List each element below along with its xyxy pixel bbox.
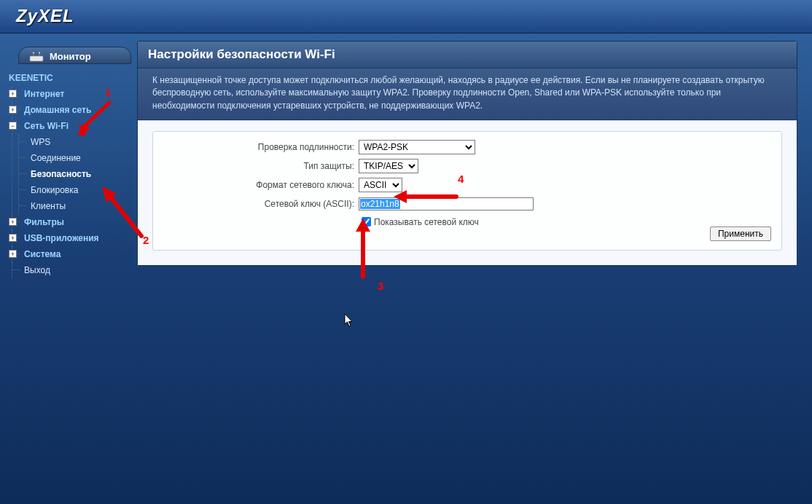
sidebar-item-wifi[interactable]: − Сеть Wi-Fi — [12, 118, 131, 134]
show-key-label: Показывать сетевой ключ — [374, 217, 479, 227]
plus-icon[interactable]: + — [9, 218, 17, 226]
show-key-checkbox[interactable] — [362, 217, 371, 227]
key-format-select[interactable]: ASCII — [359, 178, 402, 192]
minus-icon[interactable]: − — [9, 122, 17, 130]
auth-select[interactable]: WPA2-PSK — [359, 140, 475, 154]
sidebar-item-connection[interactable]: Соединение — [18, 150, 131, 166]
monitor-icon — [29, 52, 44, 62]
sidebar-item-blocking[interactable]: Блокировка — [18, 182, 131, 198]
protection-label: Тип защиты: — [165, 161, 359, 171]
network-key-label: Сетевой ключ (ASCII): — [165, 199, 359, 209]
plus-icon[interactable]: + — [9, 90, 17, 98]
sidebar-item-internet[interactable]: + Интернет — [12, 86, 131, 102]
sidebar-item-exit[interactable]: Выход — [12, 262, 131, 278]
device-name: KEENETIC — [6, 70, 131, 86]
auth-label: Проверка подлинности: — [165, 142, 359, 152]
plus-icon[interactable]: + — [9, 234, 17, 242]
sidebar-item-security[interactable]: Безопасность — [18, 166, 131, 182]
brand-logo: ZyXEL — [0, 0, 812, 26]
plus-icon[interactable]: + — [9, 106, 17, 114]
settings-panel: Настройки безопасности Wi-Fi К незащищен… — [137, 41, 797, 266]
protection-select[interactable]: TKIP/AES — [359, 159, 418, 173]
sidebar-item-home-network[interactable]: + Домашняя сеть — [12, 102, 131, 118]
monitor-tab[interactable]: Монитор — [18, 47, 131, 64]
sidebar-item-filters[interactable]: + Фильтры — [12, 214, 131, 230]
key-format-label: Формат сетевого ключа: — [165, 180, 359, 190]
cursor-icon — [344, 313, 354, 328]
apply-button[interactable]: Применить — [710, 227, 771, 241]
sidebar-item-clients[interactable]: Клиенты — [18, 198, 131, 214]
sidebar-item-usb-apps[interactable]: + USB-приложения — [12, 230, 131, 246]
panel-title: Настройки безопасности Wi-Fi — [138, 42, 797, 68]
panel-info-text: К незащищенной точке доступа может подкл… — [138, 68, 797, 120]
sidebar-item-wps[interactable]: WPS — [18, 134, 131, 150]
network-key-input[interactable] — [359, 197, 534, 210]
svg-point-1 — [33, 52, 34, 53]
monitor-label: Монитор — [50, 51, 91, 62]
sidebar-item-system[interactable]: + Система — [12, 246, 131, 262]
sidebar: Монитор KEENETIC + Интернет + Домашняя с… — [0, 34, 131, 504]
plus-icon[interactable]: + — [9, 250, 17, 258]
svg-rect-0 — [30, 56, 43, 61]
form-area: Проверка подлинности: WPA2-PSK Тип защит… — [152, 131, 782, 251]
svg-point-2 — [39, 52, 40, 53]
